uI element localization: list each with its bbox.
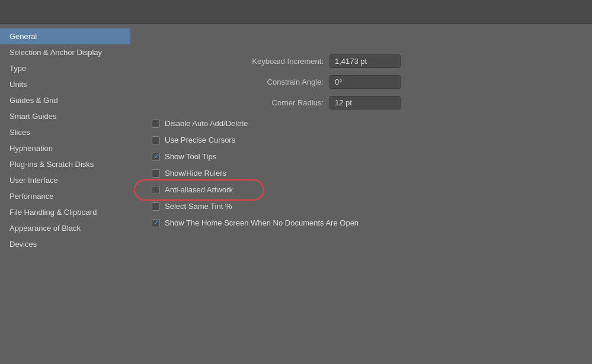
checkbox-row-disable-auto-add: Disable Auto Add/Delete — [152, 119, 571, 128]
sidebar-item-plugins-scratch[interactable]: Plug-ins & Scratch Disks — [0, 156, 130, 172]
main-content: GeneralSelection & Anchor DisplayTypeUni… — [0, 24, 592, 364]
sidebar-item-performance[interactable]: Performance — [0, 188, 130, 204]
checkbox-label-anti-aliased-artwork[interactable]: Anti-aliased Artwork — [152, 185, 233, 194]
sidebar-item-type[interactable]: Type — [0, 60, 130, 76]
sidebar-item-guides-grid[interactable]: Guides & Grid — [0, 92, 130, 108]
form-group: Corner Radius: — [152, 96, 401, 109]
checkbox-row-select-same-tint: Select Same Tint % — [152, 202, 571, 211]
main-panel: Keyboard Increment:Constrain Angle:Corne… — [130, 24, 592, 364]
fields-container: Keyboard Increment:Constrain Angle:Corne… — [152, 54, 571, 109]
checkbox-label-disable-auto-add[interactable]: Disable Auto Add/Delete — [152, 119, 248, 128]
checkbox-label-show-tool-tips[interactable]: Show Tool Tips — [152, 152, 216, 161]
checkbox-text-show-hide-rulers: Show/Hide Rulers — [165, 169, 226, 178]
checkbox-row-show-hide-rulers: Show/Hide Rulers — [152, 169, 571, 178]
checkbox-label-show-home-screen[interactable]: Show The Home Screen When No Documents A… — [152, 218, 359, 227]
form-group: Keyboard Increment: — [152, 54, 401, 68]
checkbox-box-select-same-tint[interactable] — [152, 202, 160, 211]
field-input[interactable] — [329, 54, 401, 68]
checkbox-row-show-tool-tips: Show Tool Tips — [152, 152, 571, 161]
checkbox-text-disable-auto-add: Disable Auto Add/Delete — [165, 119, 248, 128]
field-label: Constrain Angle: — [267, 78, 324, 86]
checkboxes-container: Disable Auto Add/DeleteUse Precise Curso… — [152, 119, 571, 227]
checkbox-label-use-precise-cursors[interactable]: Use Precise Cursors — [152, 136, 235, 144]
checkbox-text-anti-aliased-artwork: Anti-aliased Artwork — [165, 185, 233, 194]
checkbox-text-show-tool-tips: Show Tool Tips — [165, 152, 216, 161]
checkbox-box-disable-auto-add[interactable] — [152, 120, 160, 128]
field-label: Keyboard Increment: — [252, 57, 324, 66]
checkbox-row-use-precise-cursors: Use Precise Cursors — [152, 136, 571, 144]
sidebar: GeneralSelection & Anchor DisplayTypeUni… — [0, 24, 130, 364]
checkbox-box-show-home-screen[interactable] — [152, 219, 160, 227]
sidebar-item-units[interactable]: Units — [0, 76, 130, 92]
checkbox-text-use-precise-cursors: Use Precise Cursors — [165, 136, 235, 144]
sidebar-item-hyphenation[interactable]: Hyphenation — [0, 140, 130, 156]
checkbox-row-show-home-screen: Show The Home Screen When No Documents A… — [152, 218, 571, 227]
checkbox-row-anti-aliased-artwork: Anti-aliased Artwork — [152, 185, 571, 194]
sidebar-item-general[interactable]: General — [0, 28, 130, 44]
checkbox-label-select-same-tint[interactable]: Select Same Tint % — [152, 202, 232, 211]
checkbox-box-anti-aliased-artwork[interactable] — [152, 186, 160, 194]
sidebar-item-file-handling[interactable]: File Handling & Clipboard — [0, 204, 130, 220]
field-input[interactable] — [329, 96, 401, 109]
checkbox-box-use-precise-cursors[interactable] — [152, 136, 160, 144]
field-input[interactable] — [329, 75, 401, 89]
sidebar-item-user-interface[interactable]: User Interface — [0, 172, 130, 188]
title-bar — [0, 0, 592, 24]
sidebar-item-appearance-black[interactable]: Appearance of Black — [0, 220, 130, 236]
checkbox-label-show-hide-rulers[interactable]: Show/Hide Rulers — [152, 169, 226, 178]
checkbox-text-select-same-tint: Select Same Tint % — [165, 202, 232, 211]
field-label: Corner Radius: — [272, 98, 324, 107]
sidebar-item-selection-anchor[interactable]: Selection & Anchor Display — [0, 44, 130, 60]
checkbox-text-show-home-screen: Show The Home Screen When No Documents A… — [165, 218, 359, 227]
sidebar-item-slices[interactable]: Slices — [0, 124, 130, 140]
checkbox-box-show-tool-tips[interactable] — [152, 153, 160, 161]
checkbox-box-show-hide-rulers[interactable] — [152, 169, 160, 178]
sidebar-item-smart-guides[interactable]: Smart Guides — [0, 108, 130, 124]
form-group: Constrain Angle: — [152, 75, 401, 89]
sidebar-item-devices[interactable]: Devices — [0, 236, 130, 252]
